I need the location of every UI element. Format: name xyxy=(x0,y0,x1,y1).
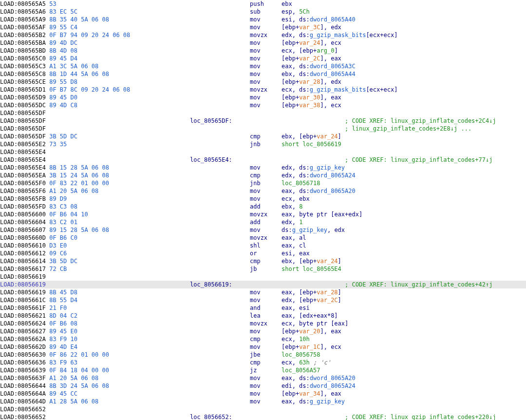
local-label[interactable]: loc_80565DF: xyxy=(190,117,232,124)
local-label[interactable]: loc_80565E4: xyxy=(190,156,232,163)
address[interactable]: LOAD:080565DC xyxy=(0,102,49,109)
disasm-line[interactable]: LOAD:0805661C 8B 55 D4 mov edx, [ebp+var… xyxy=(0,296,526,304)
address[interactable]: LOAD:0805664A xyxy=(0,390,49,397)
address[interactable]: LOAD:08056621 xyxy=(0,312,49,319)
disasm-line[interactable]: LOAD:08056619 xyxy=(0,273,526,281)
disasm-line[interactable]: LOAD:0805664D A1 28 5A 06 08 mov eax, ds… xyxy=(0,398,526,405)
disasm-line[interactable]: LOAD:080565DF loc_80565DF: ; CODE XREF: … xyxy=(0,117,526,125)
address[interactable]: LOAD:0805662D xyxy=(0,344,49,350)
disasm-line[interactable]: LOAD:080565E2 73 35 jnb short loc_805661… xyxy=(0,140,526,148)
disasm-line[interactable]: LOAD:08056652 loc_8056652: ; CODE XREF: … xyxy=(0,413,526,420)
disasm-line[interactable]: LOAD:080565BA 89 4D DC mov [ebp+var_24],… xyxy=(0,39,526,47)
disasm-line[interactable]: LOAD:080565E4 8B 15 28 5A 06 08 mov edx,… xyxy=(0,164,526,172)
address[interactable]: LOAD:080565DF xyxy=(0,125,49,132)
address[interactable]: LOAD:0805663F xyxy=(0,375,49,382)
disasm-line[interactable]: LOAD:08056619 8B 45 D8 mov eax, [ebp+var… xyxy=(0,288,526,296)
disasm-line[interactable]: LOAD:080565E4 loc_80565E4: ; CODE XREF: … xyxy=(0,156,526,164)
disasm-line[interactable]: LOAD:080565B2 0F B7 94 09 20 24 06 08 mo… xyxy=(0,31,526,39)
address[interactable]: LOAD:08056604 xyxy=(0,219,49,226)
address[interactable]: LOAD:0805660D xyxy=(0,234,49,241)
disasm-line[interactable]: LOAD:08056619 loc_8056619: ; CODE XREF: … xyxy=(0,281,526,288)
address[interactable]: LOAD:0805661F xyxy=(0,305,49,311)
disasm-line[interactable]: LOAD:080565DC 89 4D C8 mov [ebp+var_38],… xyxy=(0,101,526,109)
disasm-line[interactable]: LOAD:08056621 8D 04 C2 lea eax, [edx+eax… xyxy=(0,312,526,320)
address[interactable]: LOAD:080565DF xyxy=(0,117,49,124)
address[interactable]: LOAD:08056652 xyxy=(0,406,49,413)
xref-comment[interactable]: ; linux_gzip_inflate_codes+2E8↓j ... xyxy=(345,125,471,132)
disasm-line[interactable]: LOAD:08056610 D3 E0 shl eax, cl xyxy=(0,242,526,249)
address[interactable]: LOAD:08056600 xyxy=(0,211,49,218)
local-label[interactable]: loc_8056652: xyxy=(190,414,232,420)
disasm-line[interactable]: LOAD:080565FB 89 D9 mov ecx, ebx xyxy=(0,195,526,203)
address[interactable]: LOAD:080565F6 xyxy=(0,188,49,194)
address[interactable]: LOAD:080565E4 xyxy=(0,156,49,163)
disasm-line[interactable]: LOAD:080565DF xyxy=(0,109,526,117)
address[interactable]: LOAD:08056619 xyxy=(0,273,49,280)
address[interactable]: LOAD:080565DF xyxy=(0,110,49,116)
disasm-line[interactable]: LOAD:08056624 0F B6 08 movzx ecx, byte p… xyxy=(0,320,526,327)
disasm-line[interactable]: LOAD:080565A9 8B 35 40 5A 06 08 mov esi,… xyxy=(0,16,526,23)
disasm-line[interactable]: LOAD:080565C8 8B 1D 44 5A 06 08 mov ebx,… xyxy=(0,70,526,78)
xref-comment[interactable]: ; CODE XREF: linux_gzip_inflate_codes+22… xyxy=(345,414,496,420)
address[interactable]: LOAD:08056617 xyxy=(0,266,49,272)
address[interactable]: LOAD:080565F0 xyxy=(0,180,49,187)
disasm-line[interactable]: LOAD:080565D9 89 45 D0 mov [ebp+var_30],… xyxy=(0,94,526,101)
address[interactable]: LOAD:08056619 xyxy=(0,281,49,288)
address[interactable]: LOAD:0805662A xyxy=(0,336,49,343)
address[interactable]: LOAD:08056627 xyxy=(0,328,49,335)
address[interactable]: LOAD:080565C0 xyxy=(0,55,49,62)
address[interactable]: LOAD:08056619 xyxy=(0,289,49,296)
disasm-line[interactable]: LOAD:080565A6 83 EC 5C sub esp, 5Ch xyxy=(0,8,526,16)
disasm-line[interactable]: LOAD:08056604 83 C2 01 add edx, 1 xyxy=(0,218,526,226)
address[interactable]: LOAD:080565A9 xyxy=(0,16,49,23)
local-label[interactable]: loc_8056619: xyxy=(190,281,232,288)
disasm-line[interactable]: LOAD:080565EA 3B 15 24 5A 06 08 cmp edx,… xyxy=(0,172,526,179)
address[interactable]: LOAD:080565E2 xyxy=(0,141,49,148)
disasm-line[interactable]: LOAD:080565DF 3B 5D DC cmp ebx, [ebp+var… xyxy=(0,133,526,140)
address[interactable]: LOAD:08056614 xyxy=(0,258,49,265)
xref-comment[interactable]: ; CODE XREF: linux_gzip_inflate_codes+42… xyxy=(345,281,492,288)
address[interactable]: LOAD:080565D1 xyxy=(0,86,49,93)
address[interactable]: LOAD:080565EA xyxy=(0,172,49,179)
address[interactable]: LOAD:080565FB xyxy=(0,195,49,202)
address[interactable]: LOAD:08056636 xyxy=(0,359,49,366)
address[interactable]: LOAD:080565A6 xyxy=(0,8,49,15)
disassembly-view[interactable]: LOAD:080565A5 53 push ebxLOAD:080565A6 8… xyxy=(0,0,526,420)
address[interactable]: LOAD:08056630 xyxy=(0,351,49,358)
xref-comment[interactable]: ; CODE XREF: linux_gzip_inflate_codes+77… xyxy=(345,156,492,163)
address[interactable]: LOAD:080565A5 xyxy=(0,0,49,7)
disasm-line[interactable]: LOAD:0805664A 89 45 CC mov [ebp+var_34],… xyxy=(0,390,526,398)
disasm-line[interactable]: LOAD:0805663F A1 20 5A 06 08 mov eax, ds… xyxy=(0,374,526,382)
address[interactable]: LOAD:080565E4 xyxy=(0,164,49,171)
disasm-line[interactable]: LOAD:08056600 0F B6 04 10 movzx eax, byt… xyxy=(0,210,526,218)
address[interactable]: LOAD:080565DF xyxy=(0,133,49,140)
disasm-line[interactable]: LOAD:08056612 09 C6 or esi, eax xyxy=(0,249,526,257)
address[interactable]: LOAD:08056610 xyxy=(0,242,49,249)
disasm-line[interactable]: LOAD:0805660D 0F B6 C0 movzx eax, al xyxy=(0,234,526,242)
disasm-line[interactable]: LOAD:080565C0 89 45 D4 mov [ebp+var_2C],… xyxy=(0,55,526,62)
disasm-line[interactable]: LOAD:080565BD 8B 4D 08 mov ecx, [ebp+arg… xyxy=(0,47,526,55)
address[interactable]: LOAD:08056607 xyxy=(0,227,49,233)
disasm-line[interactable]: LOAD:08056652 xyxy=(0,405,526,413)
disasm-line[interactable]: LOAD:08056607 89 15 28 5A 06 08 mov ds:g… xyxy=(0,226,526,234)
disasm-line[interactable]: LOAD:080565F0 0F 83 22 01 00 00 jnb loc_… xyxy=(0,179,526,187)
disasm-line[interactable]: LOAD:080565CE 89 55 D8 mov [ebp+var_28],… xyxy=(0,78,526,86)
disasm-line[interactable]: LOAD:08056627 89 45 E0 mov [ebp+var_20],… xyxy=(0,327,526,335)
disasm-line[interactable]: LOAD:080565D1 0F B7 8C 09 20 24 06 08 mo… xyxy=(0,86,526,94)
xref-comment[interactable]: ; CODE XREF: linux_gzip_inflate_codes+2C… xyxy=(345,117,496,124)
address[interactable]: LOAD:080565AF xyxy=(0,24,49,31)
address[interactable]: LOAD:08056644 xyxy=(0,382,49,389)
disasm-line[interactable]: LOAD:080565FD 83 C3 08 add ebx, 8 xyxy=(0,203,526,210)
address[interactable]: LOAD:0805661C xyxy=(0,297,49,304)
disasm-line[interactable]: LOAD:08056630 0F 86 22 01 00 00 jbe loc_… xyxy=(0,351,526,359)
disasm-line[interactable]: LOAD:0805661F 21 F0 and eax, esi xyxy=(0,304,526,312)
address[interactable]: LOAD:080565D9 xyxy=(0,94,49,101)
disasm-line[interactable]: LOAD:080565F6 A1 20 5A 06 08 mov eax, ds… xyxy=(0,187,526,195)
address[interactable]: LOAD:080565C3 xyxy=(0,63,49,70)
disasm-line[interactable]: LOAD:08056636 83 F9 63 cmp ecx, 63h ; 'c… xyxy=(0,359,526,366)
disasm-line[interactable]: LOAD:08056617 72 CB jb short loc_80565E4 xyxy=(0,265,526,273)
disasm-line[interactable]: LOAD:08056639 0F 84 18 04 00 00 jz loc_8… xyxy=(0,366,526,374)
address[interactable]: LOAD:08056612 xyxy=(0,250,49,257)
address[interactable]: LOAD:080565CE xyxy=(0,78,49,85)
address[interactable]: LOAD:080565E4 xyxy=(0,149,49,155)
